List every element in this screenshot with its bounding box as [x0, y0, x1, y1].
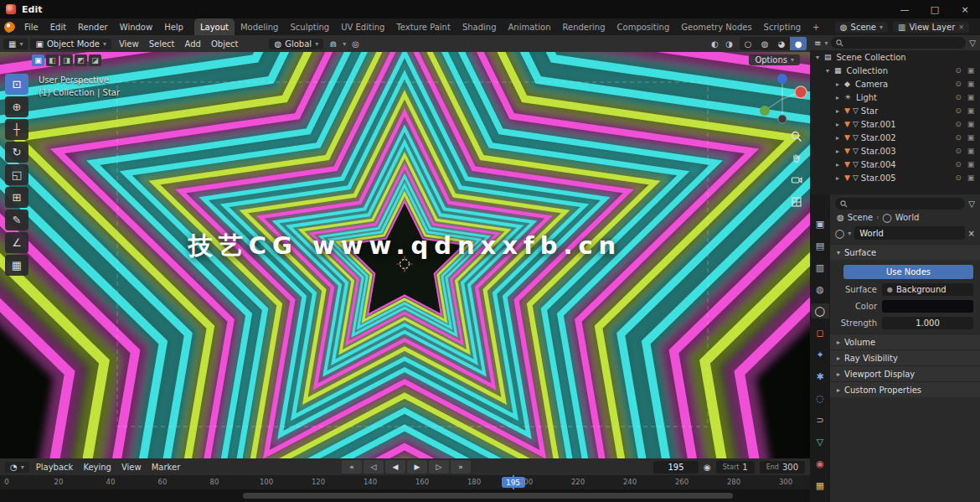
- workspace-tab[interactable]: Rendering: [556, 18, 611, 35]
- expand-arrow-icon[interactable]: ▸: [833, 147, 842, 155]
- transport-button[interactable]: ◀: [385, 460, 405, 474]
- workspace-tab[interactable]: Geometry Nodes: [675, 18, 757, 35]
- editor-type-button[interactable]: ▦ ▾: [3, 39, 28, 49]
- expand-arrow-icon[interactable]: ▸: [833, 94, 842, 101]
- disable-render-icon[interactable]: ▣: [966, 93, 976, 101]
- menu-item[interactable]: Render: [72, 23, 114, 32]
- hide-viewport-eye-icon[interactable]: ⊙: [953, 93, 963, 101]
- proportional-edit-icon[interactable]: ◎: [348, 39, 363, 49]
- outliner-row[interactable]: ▸ ▼ ▽ Star.003 ⊙ ▣: [810, 144, 980, 158]
- outliner-row[interactable]: ▸ ▼ ▽ Star.002 ⊙ ▣: [810, 131, 980, 144]
- shading-mode-button[interactable]: ○: [740, 37, 756, 50]
- hide-viewport-eye-icon[interactable]: ⊙: [953, 80, 963, 88]
- shading-mode-button[interactable]: ◕: [773, 37, 790, 50]
- collapsed-panel-header[interactable]: ▸ Viewport Display: [830, 365, 980, 381]
- view-layer-selector[interactable]: ▥ View Layer ×: [893, 22, 969, 33]
- hide-viewport-eye-icon[interactable]: ⊙: [953, 160, 963, 168]
- select-mode-button[interactable]: ◪: [89, 54, 101, 66]
- close-button[interactable]: ×: [950, 0, 980, 18]
- unlink-button[interactable]: ×: [968, 229, 975, 238]
- timeline-menu-item[interactable]: Marker: [147, 463, 186, 472]
- select-mode-button[interactable]: ▣: [32, 54, 44, 66]
- outliner-search-input[interactable]: [846, 38, 961, 48]
- disable-render-icon[interactable]: ▣: [966, 120, 976, 128]
- hide-viewport-eye-icon[interactable]: ⊙: [953, 66, 963, 75]
- menu-item[interactable]: Window: [114, 23, 158, 32]
- properties-tab[interactable]: ▣: [811, 216, 829, 231]
- horizontal-scrollbar[interactable]: [243, 493, 733, 499]
- outliner-search[interactable]: [831, 37, 966, 49]
- workspace-tab[interactable]: Modeling: [235, 18, 285, 35]
- properties-tab[interactable]: ◍: [811, 282, 829, 297]
- outliner-row[interactable]: ▾ ▦ Collection ⊙ ▣: [810, 64, 980, 77]
- axis-x-handle[interactable]: [795, 86, 807, 98]
- outliner-row[interactable]: ▸ ▼ ▽ Star ⊙ ▣: [810, 104, 980, 117]
- hide-viewport-eye-icon[interactable]: ⊙: [953, 133, 963, 142]
- transport-button[interactable]: «: [342, 460, 362, 474]
- properties-search[interactable]: [835, 198, 965, 210]
- select-mode-button[interactable]: ◧: [46, 54, 59, 66]
- workspace-tab[interactable]: Layout: [194, 18, 235, 35]
- maximize-button[interactable]: □: [920, 0, 950, 18]
- auto-keying-icon[interactable]: ◉: [704, 463, 711, 472]
- timeline-editor-button[interactable]: ◔ ▾: [5, 462, 29, 473]
- scene-selector[interactable]: ◍ Scene ▾: [835, 22, 888, 33]
- options-dropdown[interactable]: Options ▾: [749, 54, 800, 65]
- outliner-row[interactable]: ▸ ▼ ▽ Star.001 ⊙ ▣: [810, 117, 980, 131]
- menu-item[interactable]: Edit: [44, 23, 72, 32]
- tool-button[interactable]: ⊕: [5, 96, 28, 117]
- workspace-tab[interactable]: UV Editing: [335, 18, 390, 35]
- properties-tab[interactable]: ◉: [811, 456, 829, 471]
- disable-render-icon[interactable]: ▣: [966, 66, 976, 75]
- expand-arrow-icon[interactable]: ▸: [833, 174, 842, 182]
- axis-y-handle[interactable]: [760, 106, 770, 116]
- collapsed-panel-header[interactable]: ▸ Ray Visibility: [830, 349, 980, 365]
- outliner-row[interactable]: ▸ ▼ ▽ Star.005 ⊙ ▣: [810, 171, 980, 184]
- outliner-row[interactable]: ▸ ▼ ▽ Star.004 ⊙ ▣: [810, 158, 980, 171]
- properties-tab[interactable]: ▽: [811, 434, 829, 449]
- 3d-viewport[interactable]: User Perspective (1) Collection | Star 技…: [0, 52, 810, 458]
- disable-render-icon[interactable]: ▣: [966, 147, 976, 155]
- surface-panel-header[interactable]: ▾ Surface: [830, 244, 980, 260]
- mode-dropdown[interactable]: ▣ Object Mode ▾: [30, 39, 111, 49]
- properties-search-input[interactable]: [850, 199, 960, 209]
- snap-magnet-icon[interactable]: ⋒: [326, 39, 340, 49]
- properties-tab[interactable]: ⊃: [811, 412, 829, 427]
- tool-button[interactable]: ⊞: [5, 187, 28, 208]
- color-swatch[interactable]: [882, 300, 973, 313]
- workspace-tab[interactable]: Compositing: [611, 18, 676, 35]
- breadcrumb-world[interactable]: World: [895, 213, 920, 222]
- orientation-dropdown[interactable]: ◍ Global ▾: [269, 39, 323, 49]
- expand-arrow-icon[interactable]: ▸: [833, 161, 842, 168]
- tool-button[interactable]: ◱: [5, 164, 28, 185]
- workspace-tab[interactable]: Shading: [456, 18, 503, 35]
- disable-render-icon[interactable]: ▣: [966, 133, 976, 142]
- navigation-gizmo[interactable]: [752, 67, 810, 127]
- workspace-tab[interactable]: Texture Paint: [390, 18, 456, 35]
- disable-render-icon[interactable]: ▣: [966, 80, 976, 88]
- tool-button[interactable]: ▦: [5, 255, 28, 276]
- disable-render-icon[interactable]: ▣: [966, 173, 976, 182]
- breadcrumb-scene[interactable]: Scene: [848, 213, 874, 222]
- properties-tab[interactable]: ✱: [811, 369, 829, 384]
- timeline-ruler[interactable]: 195 020406080100120140160180200220240260…: [0, 475, 810, 489]
- disable-render-icon[interactable]: ▣: [966, 160, 976, 168]
- blender-logo-icon[interactable]: [4, 22, 15, 33]
- menu-item[interactable]: Help: [158, 23, 189, 32]
- select-mode-button[interactable]: ◨: [60, 54, 73, 66]
- transport-button[interactable]: ▶: [407, 460, 427, 474]
- expand-arrow-icon[interactable]: ▾: [823, 67, 832, 75]
- timeline-menu-item[interactable]: View: [116, 463, 147, 472]
- current-frame-field[interactable]: 195: [653, 461, 699, 474]
- grid-view-icon[interactable]: [791, 196, 802, 208]
- viewport-menu-item[interactable]: Select: [144, 39, 180, 49]
- camera-view-icon[interactable]: [791, 174, 802, 186]
- world-name-field[interactable]: World: [854, 226, 964, 240]
- expand-arrow-icon[interactable]: ▾: [813, 54, 822, 61]
- shading-mode-button[interactable]: ●: [790, 37, 807, 50]
- properties-tab[interactable]: ▤: [811, 238, 829, 253]
- properties-tab[interactable]: ✦: [811, 347, 829, 362]
- pan-hand-icon[interactable]: [791, 153, 802, 164]
- workspace-tab[interactable]: Sculpting: [284, 18, 335, 35]
- properties-tab[interactable]: ◌: [811, 391, 829, 406]
